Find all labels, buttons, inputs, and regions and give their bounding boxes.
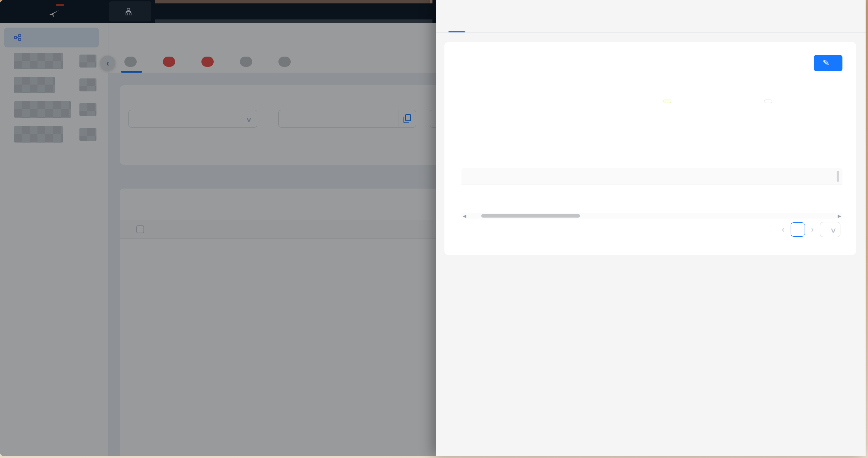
drawer-tabs-divider bbox=[436, 32, 866, 33]
scrollbar-placeholder bbox=[837, 171, 839, 182]
horizontal-scrollbar[interactable]: ◀ ▶ bbox=[461, 213, 842, 219]
next-page-icon[interactable]: › bbox=[811, 225, 814, 234]
page-size-select[interactable]: ∨ bbox=[820, 222, 840, 237]
progress-badge bbox=[764, 100, 772, 103]
chevron-down-icon: ∨ bbox=[830, 226, 837, 234]
edit-pencil-icon: ✎ bbox=[823, 58, 829, 68]
sku-table-row bbox=[461, 184, 842, 211]
sku-table: ◀ ▶ bbox=[461, 168, 842, 249]
page-number-button[interactable] bbox=[791, 222, 805, 237]
customer-process-button[interactable]: ✎ bbox=[814, 55, 842, 71]
pagination: ‹ › ∨ bbox=[776, 222, 840, 237]
detail-drawer: ✎ bbox=[436, 0, 866, 456]
status-badge bbox=[663, 100, 671, 103]
prev-page-icon[interactable]: ‹ bbox=[782, 225, 785, 234]
scroll-right-icon[interactable]: ▶ bbox=[836, 213, 842, 219]
sku-table-header bbox=[461, 168, 842, 184]
scroll-left-icon[interactable]: ◀ bbox=[461, 213, 468, 219]
desktop: ‹ bbox=[0, 0, 868, 458]
detail-card: ✎ bbox=[444, 42, 856, 255]
drawer-tabs bbox=[436, 0, 866, 33]
scrollbar-thumb[interactable] bbox=[481, 214, 580, 218]
